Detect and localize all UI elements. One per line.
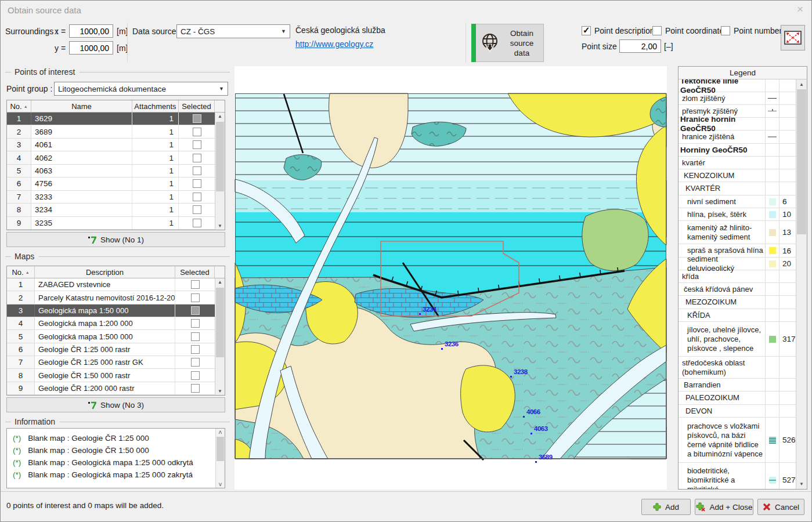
chevron-down-icon: ▼	[219, 86, 224, 92]
surroundings-y-input[interactable]	[69, 41, 113, 55]
map-point-label: 3234	[423, 306, 436, 313]
row-checkbox[interactable]	[193, 219, 201, 227]
obtain-source-data-button[interactable]: Obtain source data	[471, 24, 544, 62]
scrollbar-thumb[interactable]	[216, 122, 224, 191]
map-point-label: 3689	[539, 454, 553, 461]
row-no: 1	[7, 113, 31, 125]
points-table-row[interactable]: 832341	[7, 204, 225, 216]
points-table-row[interactable]: 236891	[7, 125, 225, 138]
row-checkbox[interactable]	[193, 166, 201, 175]
legend-row: křída	[679, 270, 796, 283]
row-checkbox[interactable]	[193, 128, 201, 136]
row-checkbox[interactable]	[191, 384, 200, 393]
column-header-attachments[interactable]: Attachments	[132, 100, 179, 112]
column-header-selected[interactable]: Selected	[179, 100, 215, 112]
points-table-row[interactable]: 136291	[7, 113, 225, 125]
add-close-button[interactable]: Add + Close	[695, 499, 753, 515]
points-table-row[interactable]: 540631	[7, 165, 225, 177]
legend-row: KVARTÉR	[679, 182, 796, 195]
legend-symbol	[765, 92, 779, 104]
legend-label: DEVON	[679, 405, 765, 417]
show-points-button[interactable]: Show (No 1)	[6, 232, 225, 247]
provider-link[interactable]: http://www.geology.cz	[295, 39, 373, 49]
row-checkbox[interactable]	[191, 280, 200, 289]
legend-symbol	[765, 258, 779, 270]
point-size-input[interactable]	[619, 39, 661, 53]
show-icon	[88, 235, 96, 244]
points-scrollbar[interactable]	[215, 113, 225, 230]
maps-scrollbar[interactable]	[215, 278, 225, 395]
point-group-select[interactable]: Litogeochemická dokumentace▼	[54, 82, 228, 96]
scrollbar-thumb[interactable]	[797, 89, 806, 234]
option-checkbox[interactable]	[721, 26, 730, 35]
row-checkbox[interactable]	[193, 154, 201, 162]
legend-value	[779, 296, 796, 309]
points-table-row[interactable]: 932351	[7, 217, 225, 230]
maps-table-row[interactable]: 7Geologie ČR 1:25 000 rastr GK	[7, 356, 225, 369]
maps-table-row[interactable]: 1ZABAGED vrstevnice	[7, 278, 225, 291]
row-checkbox[interactable]	[193, 205, 201, 214]
row-checkbox[interactable]	[191, 293, 200, 302]
scrollbar-thumb[interactable]	[216, 437, 224, 461]
point-option: Point number	[721, 26, 782, 35]
maps-table-row[interactable]: 5Geologická mapa 1:500 000	[7, 330, 225, 343]
points-table-row[interactable]: 647561	[7, 177, 225, 190]
column-header-selected[interactable]: Selected	[175, 266, 215, 278]
option-checkbox[interactable]	[582, 26, 591, 35]
row-checkbox[interactable]	[193, 193, 201, 201]
surroundings-x-input[interactable]	[69, 24, 113, 38]
row-checkbox[interactable]	[191, 371, 200, 380]
scrollbar-thumb[interactable]	[216, 288, 224, 357]
row-name: 3689	[31, 125, 132, 137]
points-table-row[interactable]: 440621	[7, 151, 225, 164]
close-icon[interactable]: ×	[797, 3, 803, 14]
column-header-description[interactable]: Description	[35, 266, 175, 278]
provider-name: Česká geologická služba	[295, 26, 385, 35]
row-checkbox[interactable]	[191, 332, 200, 341]
maps-table-row[interactable]: 2Parcely Katastru nemovitostí 2016-12-20	[7, 291, 225, 304]
row-selected-cell	[175, 369, 215, 381]
legend-scrollbar[interactable]	[796, 79, 807, 489]
legend-label: Horniny GeoČR50	[679, 144, 765, 156]
row-selected-cell	[179, 125, 215, 137]
row-no: 2	[7, 291, 35, 303]
row-checkbox[interactable]	[191, 345, 200, 354]
row-checkbox[interactable]	[191, 306, 200, 315]
legend-value	[779, 357, 796, 378]
maps-table-row[interactable]: 8Geologie ČR 1:50 000 rastr	[7, 369, 225, 382]
zoom-extents-button[interactable]	[781, 25, 805, 50]
point-size-unit: [–]	[664, 42, 673, 51]
map-view[interactable]: 323432363238406640633689	[234, 66, 667, 490]
row-checkbox[interactable]	[193, 140, 201, 149]
column-header-no[interactable]: No.▲	[7, 100, 31, 112]
row-attachments: 1	[132, 165, 179, 177]
information-scrollbar[interactable]	[215, 429, 225, 488]
row-selected-cell	[175, 343, 215, 356]
row-selected-cell	[175, 278, 215, 291]
points-table-row[interactable]: 732331	[7, 191, 225, 204]
row-checkbox[interactable]	[191, 319, 200, 328]
cancel-button[interactable]: Cancel	[757, 499, 804, 515]
legend-symbol	[765, 322, 779, 356]
row-checkbox[interactable]	[191, 358, 200, 367]
option-label: Point number	[734, 26, 782, 35]
maps-table-row[interactable]: 6Geologie ČR 1:25 000 rastr	[7, 343, 225, 356]
row-no: 5	[7, 165, 31, 177]
row-checkbox[interactable]	[193, 114, 201, 123]
add-button[interactable]: Add	[641, 499, 691, 515]
maps-table-row[interactable]: 4Geologická mapa 1:200 000	[7, 317, 225, 330]
data-source-select[interactable]: CZ - ČGS▼	[176, 24, 290, 38]
points-table-row[interactable]: 340611	[7, 139, 225, 151]
legend-label: křída	[679, 270, 765, 282]
column-header-no[interactable]: No.▲	[7, 266, 35, 278]
show-maps-button[interactable]: Show (No 3)	[6, 397, 225, 412]
legend-symbol	[765, 169, 779, 182]
row-description: Geologická mapa 1:500 000	[35, 330, 175, 342]
maps-table-row[interactable]: 9Geologie ČR 1:200 000 rastr	[7, 382, 225, 395]
column-header-name[interactable]: Name	[31, 100, 132, 112]
option-checkbox[interactable]	[652, 26, 662, 35]
maps-table-row[interactable]: 3Geologická mapa 1:50 000	[7, 304, 225, 317]
row-description: Geologie ČR 1:200 000 rastr	[35, 382, 175, 394]
row-checkbox[interactable]	[193, 179, 201, 188]
row-description: Geologická mapa 1:200 000	[35, 317, 175, 329]
